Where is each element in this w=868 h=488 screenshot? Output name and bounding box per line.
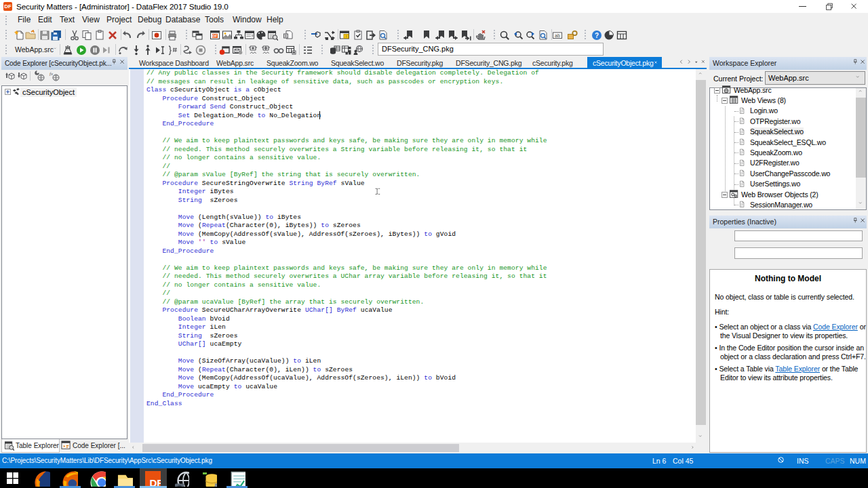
svg-text:DF: DF bbox=[149, 477, 161, 487]
svg-text:DF: DF bbox=[212, 34, 218, 38]
svg-text:fx: fx bbox=[50, 71, 54, 77]
svg-text:?: ? bbox=[595, 32, 599, 39]
svg-text:ab: ab bbox=[555, 33, 560, 38]
